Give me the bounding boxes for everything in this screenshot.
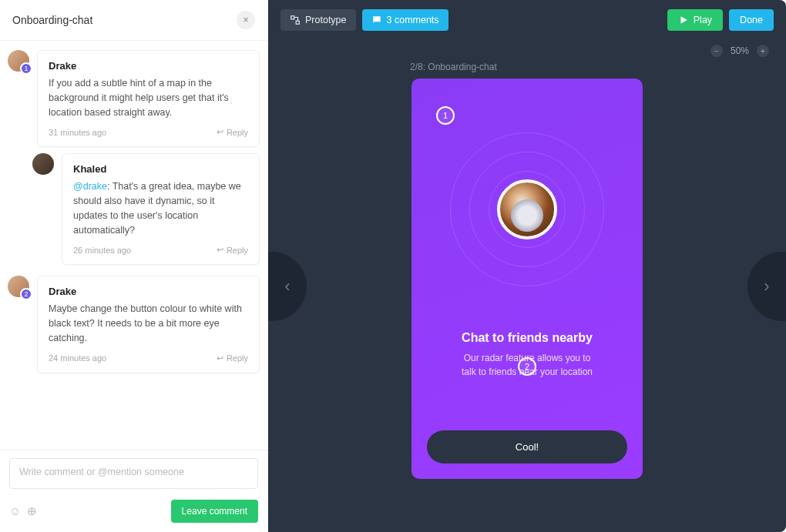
- pin-badge: 1: [20, 62, 32, 75]
- comment-pin-2[interactable]: 2: [518, 357, 536, 376]
- avatar-wrap: 2: [8, 276, 29, 297]
- comment-thread: 2 Drake Maybe change the button colour t…: [8, 276, 260, 373]
- comment-icon: [371, 15, 382, 25]
- comment-author: Khaled: [73, 163, 248, 175]
- play-button[interactable]: Play: [667, 9, 723, 31]
- emoji-icon[interactable]: ☺: [9, 504, 21, 518]
- leave-comment-button[interactable]: Leave comment: [171, 500, 258, 523]
- reply-button[interactable]: Reply: [217, 245, 248, 255]
- comment: 2 Drake Maybe change the button colour t…: [8, 276, 260, 373]
- comment-footer: 31 minutes ago Reply: [49, 127, 248, 137]
- screen-label: 2/8: Onboarding-chat: [410, 62, 497, 72]
- chevron-right-icon: ›: [764, 276, 769, 296]
- comment-author: Drake: [49, 60, 248, 72]
- comment-author: Drake: [49, 286, 248, 297]
- pin-badge: 2: [20, 288, 32, 300]
- svg-rect-1: [296, 21, 299, 24]
- comment-time: 31 minutes ago: [49, 128, 106, 137]
- close-button[interactable]: ×: [237, 11, 255, 29]
- avatar-wrap: [32, 153, 54, 175]
- comment-composer: ☺ ⊕ Leave comment: [0, 450, 267, 532]
- comments-list: 1 Drake If you add a subtle hint of a ma…: [0, 41, 267, 450]
- phone-cta-button[interactable]: Cool!: [427, 430, 627, 463]
- comment-footer: 24 minutes ago Reply: [49, 353, 248, 363]
- composer-icons: ☺ ⊕: [9, 504, 37, 518]
- comment-card[interactable]: Khaled @drake: That's a great idea, mayb…: [62, 153, 260, 265]
- screen-area: 2/8: Onboarding-chat ‹ › 1 2 Chat to fri…: [268, 40, 786, 532]
- reply-button[interactable]: Reply: [217, 353, 248, 363]
- svg-rect-0: [291, 16, 294, 19]
- comment-body: Maybe change the button colour to white …: [49, 302, 248, 345]
- close-icon: ×: [243, 15, 248, 25]
- phone-title: Chat to friends nearby: [462, 331, 593, 345]
- comments-button[interactable]: 3 comments: [362, 9, 448, 31]
- prototype-icon: [290, 15, 301, 25]
- sidebar-header: Onboarding-chat ×: [0, 0, 267, 41]
- toolbar: Prototype 3 comments Play Done: [268, 0, 786, 40]
- comment-input[interactable]: [9, 458, 258, 489]
- comment-time: 24 minutes ago: [49, 353, 106, 363]
- toolbar-right: Play Done: [667, 9, 774, 31]
- comment-card[interactable]: Drake Maybe change the button colour to …: [37, 276, 260, 373]
- reply-button[interactable]: Reply: [217, 127, 248, 137]
- comment-pin-1[interactable]: 1: [436, 106, 455, 125]
- radar-graphic: [442, 125, 612, 294]
- radar-avatar: [497, 179, 557, 239]
- canvas-area: Prototype 3 comments Play Done − 50% +: [268, 0, 786, 532]
- composer-row: ☺ ⊕ Leave comment: [9, 500, 258, 523]
- comment-body: If you add a subtle hint of a map in the…: [49, 76, 248, 119]
- comment-body: @drake: That's a great idea, maybe we sh…: [73, 179, 248, 237]
- comment-time: 26 minutes ago: [73, 246, 131, 255]
- comment: 1 Drake If you add a subtle hint of a ma…: [8, 50, 260, 147]
- mention[interactable]: @drake: [73, 181, 107, 192]
- chevron-left-icon: ‹: [284, 276, 290, 296]
- play-icon: [678, 15, 689, 25]
- comment-thread: 1 Drake If you add a subtle hint of a ma…: [8, 50, 260, 265]
- sidebar-title: Onboarding-chat: [12, 14, 92, 26]
- done-button[interactable]: Done: [729, 9, 774, 31]
- prev-screen-button[interactable]: ‹: [268, 252, 307, 321]
- mention-icon[interactable]: ⊕: [27, 504, 37, 518]
- comment-card[interactable]: Drake If you add a subtle hint of a map …: [37, 50, 260, 147]
- comment-footer: 26 minutes ago Reply: [73, 245, 248, 255]
- prototype-button[interactable]: Prototype: [280, 9, 356, 31]
- comment-reply: Khaled @drake: That's a great idea, mayb…: [32, 153, 260, 265]
- comments-sidebar: Onboarding-chat × 1 Drake If you add a s…: [0, 0, 268, 532]
- avatar: [32, 153, 54, 175]
- avatar-wrap: 1: [8, 50, 29, 72]
- next-screen-button[interactable]: ›: [747, 252, 786, 321]
- phone-screen[interactable]: 1 2 Chat to friends nearby Our radar fea…: [411, 79, 643, 479]
- toolbar-left: Prototype 3 comments: [280, 9, 448, 31]
